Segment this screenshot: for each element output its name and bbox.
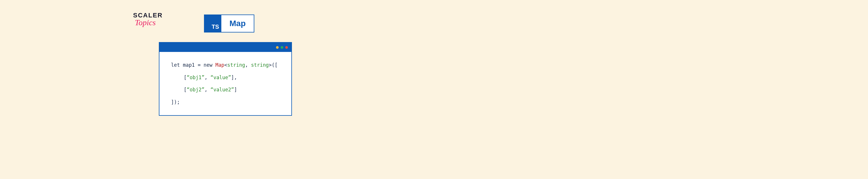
code-line-4: ]); xyxy=(171,96,284,108)
window-dot-red-icon xyxy=(285,46,288,49)
ts-badge-text: TS xyxy=(212,24,219,30)
window-titlebar xyxy=(159,43,291,52)
code-window: let map1 = new Map<string, string>([ [“o… xyxy=(159,42,292,116)
window-dot-green-icon xyxy=(281,46,283,49)
window-dot-yellow-icon xyxy=(276,46,279,49)
code-line-1: let map1 = new Map<string, string>([ xyxy=(171,59,284,71)
code-line-2: [“obj1”, “value”], xyxy=(171,71,284,84)
title-text: Map xyxy=(221,15,254,32)
scaler-logo: SCALER Topics xyxy=(133,11,163,27)
code-line-3: [“obj2”, “value2”] xyxy=(171,83,284,96)
logo-line2: Topics xyxy=(135,18,156,27)
title-box: TS Map xyxy=(204,15,254,32)
code-body: let map1 = new Map<string, string>([ [“o… xyxy=(159,52,291,115)
ts-badge: TS xyxy=(205,15,221,32)
